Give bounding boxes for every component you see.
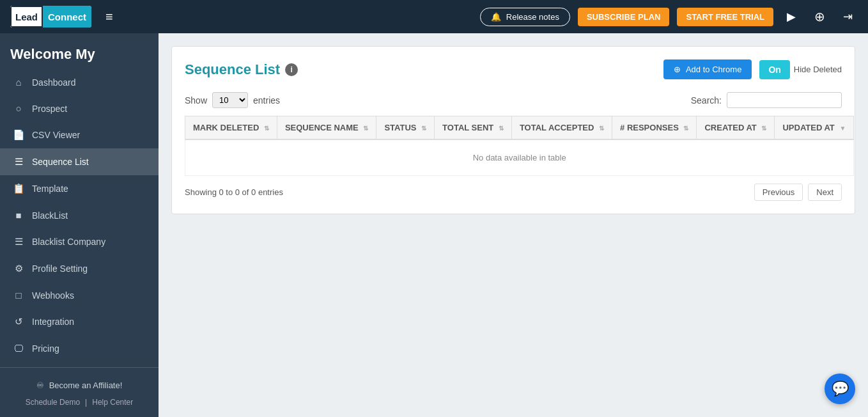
page-title: Sequence List <box>185 61 280 78</box>
sidebar-item-blacklist[interactable]: ■ BlackList <box>0 202 159 228</box>
hamburger-icon[interactable]: ≡ <box>105 10 113 24</box>
logout-icon[interactable]: ⇥ <box>837 6 858 27</box>
sort-icon: ▼ <box>839 125 846 132</box>
th-created-at[interactable]: CREATED AT ⇅ <box>697 116 775 140</box>
search-label: Search: <box>691 95 722 106</box>
sort-icon: ⇅ <box>683 125 688 132</box>
list-icon: ☰ <box>13 156 24 168</box>
sort-icon: ⇅ <box>499 125 504 132</box>
welcome-title: Welcome My <box>10 46 148 63</box>
welcome-section: Welcome My <box>0 33 159 69</box>
no-data-message: No data available in table <box>185 139 854 176</box>
integration-icon: ↺ <box>13 316 24 327</box>
hide-deleted-toggle[interactable]: On <box>759 60 789 79</box>
affiliate-label: Become an Affiliate! <box>49 381 123 390</box>
th-responses[interactable]: # RESPONSES ⇅ <box>612 116 697 140</box>
affiliate-row[interactable]: ♾ Become an Affiliate! <box>0 375 159 395</box>
card-actions: ⊕ Add to Chrome On Hide Deleted <box>663 59 842 79</box>
sidebar-item-prospect[interactable]: ○ Prospect <box>0 95 159 122</box>
sidebar-item-label: Dashboard <box>32 77 76 88</box>
table-header-row: MARK DELETED ⇅ SEQUENCE NAME ⇅ STATUS ⇅ <box>185 116 854 140</box>
sort-icon: ⇅ <box>363 125 368 132</box>
sidebar-footer: ♾ Become an Affiliate! Schedule Demo | H… <box>0 367 159 417</box>
sidebar-item-label: Pricing <box>32 343 59 354</box>
th-mark-deleted[interactable]: MARK DELETED ⇅ <box>185 116 277 140</box>
file-icon: 📄 <box>13 129 24 141</box>
release-notes-label: Release notes <box>506 12 559 22</box>
table-controls: Show 10 25 50 100 entries Search: <box>185 92 842 108</box>
affiliate-icon: ♾ <box>36 381 44 390</box>
sidebar-item-dashboard[interactable]: ⌂ Dashboard <box>0 69 159 95</box>
th-updated-at[interactable]: UPDATED AT ▼ <box>775 116 854 140</box>
top-navigation: Lead Connect ≡ 🔔 Release notes SUBSCRIBE… <box>0 0 868 33</box>
webhook-icon: □ <box>13 290 24 301</box>
showing-info: Showing 0 to 0 of 0 entries <box>185 187 283 197</box>
add-to-chrome-label: Add to Chrome <box>686 65 741 74</box>
sort-icon: ⇅ <box>264 125 269 132</box>
card-title: Sequence List i <box>185 61 298 78</box>
sidebar-item-webhooks[interactable]: □ Webhooks <box>0 282 159 308</box>
video-icon[interactable]: ▶ <box>781 6 802 27</box>
subscribe-plan-button[interactable]: SUBSCRIBE PLAN <box>578 8 670 26</box>
logo-connect: Connect <box>43 6 91 28</box>
company-icon: ☰ <box>13 236 24 248</box>
pricing-icon: 🖵 <box>13 343 24 354</box>
blacklist-icon: ■ <box>13 210 24 221</box>
th-total-accepted[interactable]: TOTAL ACCEPTED ⇅ <box>511 116 612 140</box>
sort-icon: ⇅ <box>421 125 426 132</box>
hide-deleted-label: Hide Deleted <box>794 65 842 74</box>
sidebar-item-label: BlackList <box>32 210 68 221</box>
pagination: Previous Next <box>754 184 842 201</box>
toggle-group: On Hide Deleted <box>759 60 842 79</box>
chat-icon: 💬 <box>832 381 849 397</box>
sidebar-item-blacklist-company[interactable]: ☰ Blacklist Company <box>0 228 159 255</box>
logo-lead: Lead <box>10 6 43 28</box>
start-free-trial-button[interactable]: START FREE TRIAL <box>677 8 773 26</box>
person-icon: ○ <box>13 103 24 114</box>
sidebar-item-csv-viewer[interactable]: 📄 CSV Viewer <box>0 122 159 148</box>
sidebar-item-label: Webhooks <box>32 290 74 301</box>
previous-button[interactable]: Previous <box>754 184 803 201</box>
bell-icon: 🔔 <box>491 12 501 22</box>
sidebar-item-label: Blacklist Company <box>32 237 105 247</box>
main-content: Sequence List i ⊕ Add to Chrome On Hide … <box>159 33 868 417</box>
info-icon[interactable]: i <box>285 63 298 76</box>
main-layout: Welcome My ⌂ Dashboard ○ Prospect 📄 CSV … <box>0 33 868 417</box>
th-status[interactable]: STATUS ⇅ <box>376 116 435 140</box>
no-data-row: No data available in table <box>185 139 854 176</box>
th-total-sent[interactable]: TOTAL SENT ⇅ <box>435 116 512 140</box>
sidebar-item-label: Integration <box>32 317 74 327</box>
gear-icon: ⚙ <box>13 263 24 274</box>
sidebar-item-pricing[interactable]: 🖵 Pricing <box>0 335 159 361</box>
sidebar-item-label: CSV Viewer <box>32 130 80 140</box>
card-header: Sequence List i ⊕ Add to Chrome On Hide … <box>185 59 842 79</box>
chrome-add-icon: ⊕ <box>674 65 681 74</box>
th-sequence-name[interactable]: SEQUENCE NAME ⇅ <box>277 116 376 140</box>
chat-bubble[interactable]: 💬 <box>825 374 855 404</box>
sidebar-item-label: Sequence List <box>32 157 89 167</box>
entries-label: entries <box>253 95 280 106</box>
chrome-icon[interactable]: ⊕ <box>809 6 830 27</box>
next-button[interactable]: Next <box>808 184 842 201</box>
release-notes-button[interactable]: 🔔 Release notes <box>480 8 570 26</box>
search-input[interactable] <box>727 92 842 108</box>
help-center-link[interactable]: Help Center <box>92 398 133 407</box>
sort-icon: ⇅ <box>761 125 766 132</box>
sidebar-item-template[interactable]: 📋 Template <box>0 175 159 202</box>
add-to-chrome-button[interactable]: ⊕ Add to Chrome <box>663 59 752 79</box>
schedule-demo-link[interactable]: Schedule Demo <box>26 398 80 407</box>
sidebar-nav: ⌂ Dashboard ○ Prospect 📄 CSV Viewer ☰ Se… <box>0 69 159 367</box>
search-box: Search: <box>691 92 842 108</box>
sidebar: Welcome My ⌂ Dashboard ○ Prospect 📄 CSV … <box>0 33 159 417</box>
table-footer: Showing 0 to 0 of 0 entries Previous Nex… <box>185 184 842 201</box>
sidebar-item-integration[interactable]: ↺ Integration <box>0 308 159 335</box>
logo[interactable]: Lead Connect <box>10 6 91 28</box>
sidebar-item-sequence-list[interactable]: ☰ Sequence List <box>0 148 159 175</box>
sidebar-item-label: Template <box>32 184 68 194</box>
sequence-table: MARK DELETED ⇅ SEQUENCE NAME ⇅ STATUS ⇅ <box>185 116 854 176</box>
entries-select[interactable]: 10 25 50 100 <box>212 92 248 108</box>
sidebar-item-profile-setting[interactable]: ⚙ Profile Setting <box>0 255 159 282</box>
sidebar-item-label: Prospect <box>32 104 67 114</box>
sort-icon: ⇅ <box>599 125 604 132</box>
show-entries: Show 10 25 50 100 entries <box>185 92 280 108</box>
